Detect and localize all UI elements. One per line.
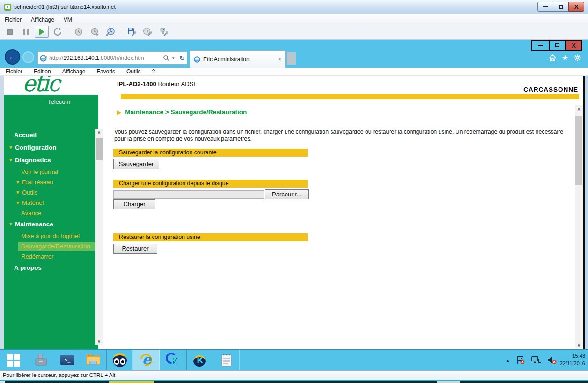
refresh-icon[interactable]: ↻: [179, 54, 185, 62]
ie-close-button[interactable]: X: [565, 41, 581, 50]
taskbar-internet-explorer[interactable]: e: [133, 350, 160, 370]
chevron-down-icon: ▼: [15, 200, 20, 205]
sidebar-item-accueil[interactable]: Accueil: [4, 130, 98, 140]
tab-etic-administration[interactable]: Etic Administration ×: [190, 50, 286, 68]
sidebar-item-materiel[interactable]: ▼Matériel: [4, 198, 98, 208]
ie-restore-button[interactable]: [549, 41, 565, 50]
search-icon[interactable]: [163, 55, 169, 61]
vm-floppy-settings-button[interactable]: [125, 26, 139, 38]
browser-forward-button[interactable]: →: [22, 51, 34, 63]
internet-explorer-icon: e: [139, 353, 154, 368]
home-icon[interactable]: [549, 54, 557, 62]
vm-reset-button[interactable]: [51, 26, 65, 38]
vm-play-button[interactable]: [35, 26, 49, 38]
clock-date: 22/11/2016: [551, 360, 585, 367]
powershell-icon: >_: [60, 355, 74, 365]
ie-menu-favoris[interactable]: Favoris: [91, 68, 121, 75]
new-tab-button[interactable]: [287, 52, 296, 65]
vm-titlebar: schneider01 (lot3) sur titane14.xsalto.n…: [0, 0, 588, 14]
taskbar-server-manager[interactable]: [27, 350, 55, 370]
vm-pause-button[interactable]: [19, 26, 33, 38]
scroll-up-icon[interactable]: ∧: [575, 105, 583, 113]
sidebar-item-configuration[interactable]: ▼Configuration: [4, 143, 98, 152]
ie-menu-aide[interactable]: ?: [147, 68, 161, 75]
breadcrumb-arrow-icon: ▶: [117, 109, 121, 116]
device-type: Routeur ADSL: [156, 80, 197, 87]
vm-stop-button[interactable]: [3, 26, 17, 38]
file-explorer-icon: [85, 354, 101, 367]
sidebar-item-avance[interactable]: Avancé: [4, 209, 98, 218]
sidebar-item-voir-le-journal[interactable]: Voir le journal: [4, 167, 98, 177]
close-icon: X: [574, 4, 579, 10]
taskbar-goggle-app[interactable]: [106, 350, 133, 370]
chevron-down-icon: ▼: [15, 180, 20, 185]
taskbar-clock[interactable]: 15:43 22/11/2016: [551, 352, 585, 367]
taskbar-k-app-1[interactable]: K: [160, 350, 186, 370]
scrollbar-thumb[interactable]: [96, 138, 103, 160]
vm-snapshot-manager-button[interactable]: [103, 26, 118, 38]
network-icon[interactable]: [531, 355, 541, 365]
window-frame: [0, 76, 4, 349]
ie-menu-fichier[interactable]: Fichier: [0, 68, 28, 75]
sidebar-item-sauvegarde-restauration[interactable]: Sauvegarde/Restauration: [18, 242, 98, 251]
chevron-down-icon: ▼: [8, 158, 13, 163]
favorites-star-icon[interactable]: ★: [562, 53, 568, 62]
chevron-down-icon: ▼: [8, 222, 13, 227]
divider: [177, 54, 177, 62]
address-bar[interactable]: http://192.168.140.1:8080/fr/index.htm ▼…: [37, 51, 187, 65]
cd-wrench-icon: [143, 27, 152, 36]
vm-close-button[interactable]: X: [568, 2, 584, 12]
action-center-flag-icon[interactable]: [516, 355, 525, 365]
close-icon: X: [572, 43, 576, 49]
tab-close-icon[interactable]: ×: [278, 56, 281, 63]
vm-usb-settings-button[interactable]: [156, 26, 170, 38]
taskbar-file-explorer[interactable]: [80, 350, 106, 370]
ie-menu-affichage[interactable]: Affichage: [57, 68, 91, 75]
ie-minimize-button[interactable]: [532, 41, 549, 50]
gear-icon[interactable]: [573, 54, 581, 62]
sidebar-item-outils[interactable]: ▼Outils: [4, 188, 98, 197]
scrollbar-thumb[interactable]: [575, 116, 582, 185]
sidebar-item-redemarrer[interactable]: Redémarrer: [4, 252, 98, 261]
vm-maximize-button[interactable]: [553, 2, 569, 12]
save-button[interactable]: Sauvegarder: [113, 159, 159, 169]
start-button[interactable]: [0, 350, 27, 370]
vm-take-snapshot-button[interactable]: [72, 26, 86, 38]
sidebar-item-a-propos[interactable]: A propos: [4, 263, 98, 273]
browse-button[interactable]: Parcourir...: [265, 189, 309, 199]
vm-menu-affichage[interactable]: Affichage: [26, 15, 59, 24]
vm-minimize-button[interactable]: [537, 2, 553, 12]
show-hidden-icons-button[interactable]: ▲: [506, 358, 510, 363]
menu-scrollbar[interactable]: ∧ ∨: [95, 129, 103, 345]
device-title: IPL-AD2-1400 Routeur ADSL: [117, 80, 197, 87]
load-button[interactable]: Charger: [113, 199, 155, 209]
vm-revert-snapshot-button[interactable]: [88, 26, 102, 38]
sidebar-item-maintenance[interactable]: ▼Maintenance: [4, 220, 98, 229]
scroll-down-icon[interactable]: ∨: [95, 337, 103, 345]
chevron-down-icon: ▼: [15, 190, 20, 195]
vmware-app-icon: [4, 3, 12, 11]
taskbar-powershell[interactable]: >_: [55, 350, 80, 370]
sidebar-item-etat-reseau[interactable]: ▼Etat réseau: [4, 178, 98, 187]
section-header-load: Charger une configuration depuis le disq…: [113, 180, 308, 188]
vm-menu-fichier[interactable]: Fichier: [0, 15, 26, 24]
browser-back-button[interactable]: ←: [5, 49, 20, 65]
taskbar-notepad[interactable]: [213, 350, 240, 370]
url-text[interactable]: http://192.168.140.1:8080/fr/index.htm: [49, 55, 163, 61]
ie-menu-edition[interactable]: Edition: [28, 68, 57, 75]
vm-cd-settings-button[interactable]: [140, 26, 154, 38]
minimize-icon: [538, 45, 543, 46]
scroll-down-icon[interactable]: ∨: [575, 341, 583, 348]
restore-button[interactable]: Restaurer: [113, 244, 157, 254]
sidebar-item-diagnostics[interactable]: ▼Diagnostics: [4, 156, 98, 165]
ie-favicon: [40, 55, 47, 62]
vm-menu-vm[interactable]: VM: [59, 15, 77, 24]
taskbar-k-app-2[interactable]: K: [186, 350, 213, 370]
maximize-icon: [559, 5, 563, 9]
file-input[interactable]: [113, 190, 264, 199]
scroll-up-icon[interactable]: ∧: [95, 129, 103, 136]
content-scrollbar[interactable]: ∧ ∨: [575, 105, 583, 348]
sidebar-item-mise-a-jour[interactable]: Mise à jour du logiciel: [4, 231, 98, 241]
chevron-down-icon[interactable]: ▼: [171, 56, 175, 60]
ie-menu-outils[interactable]: Outils: [121, 68, 147, 75]
